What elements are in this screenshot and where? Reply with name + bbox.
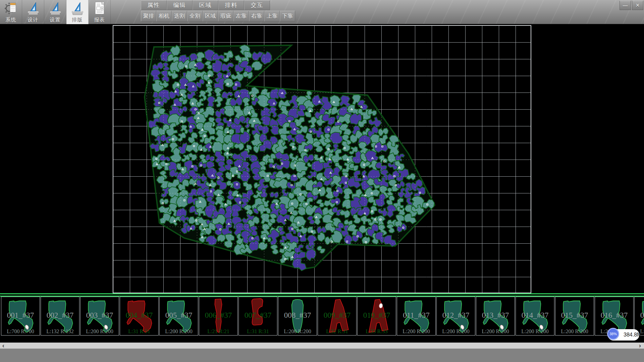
system-icon — [4, 1, 18, 16]
piece-label: 007_#37 — [236, 311, 280, 320]
minimize-button[interactable]: — — [620, 1, 631, 10]
piece-lr-count: L:32 R:31 — [317, 328, 358, 335]
window-controls: — ✕ — [620, 1, 643, 10]
piece-thumbnail-strip: 001_#37L:700 R:700002_#37L:132 R:132003_… — [0, 297, 644, 336]
toolbar: 系统设计设置排版报表 属性编辑区域排料交互 聚排相机选割全割区域瑕疵左靠右靠上靠… — [0, 0, 644, 24]
piece-label: 004_#37 — [117, 311, 161, 320]
piece-lr-count: L:31 R:31 — [119, 328, 160, 335]
tool-button-7[interactable]: 左靠 — [233, 11, 249, 21]
status-badge: 38% 384.8M — [608, 329, 639, 341]
tool-button-6[interactable]: 瑕疵 — [218, 11, 233, 21]
green-separator — [0, 293, 644, 297]
app-tab-label: 系统 — [6, 16, 16, 23]
tool-button-8[interactable]: 右靠 — [249, 11, 264, 21]
piece-thumbnail-6[interactable]: 006_#37L:21 R:21 — [199, 297, 238, 336]
piece-label: 014_#37 — [513, 311, 557, 320]
piece-lr-count: L:200 R:200 — [79, 328, 120, 335]
piece-thumbnail-9[interactable]: 009_#37L:32 R:31 — [318, 297, 357, 336]
progress-circle: 38% — [607, 328, 619, 340]
tool-button-1[interactable]: 聚排 — [141, 11, 156, 21]
piece-label: 013_#37 — [474, 311, 517, 320]
piece-thumbnail-12[interactable]: 012_#37L:200 R:200 — [436, 297, 475, 336]
piece-thumbnail-10[interactable]: 010_#37L:33 R:33 — [357, 297, 396, 336]
app-tab-label: 排版 — [72, 16, 83, 23]
piece-label: 012_#37 — [434, 311, 478, 320]
piece-lr-count: L:31 R:31 — [237, 328, 278, 335]
nesting-canvas[interactable] — [0, 24, 644, 293]
piece-label: 001_#37 — [0, 311, 42, 320]
piece-lr-count: L:200 R:200 — [435, 328, 476, 335]
piece-label: 002_#37 — [38, 311, 82, 320]
memory-value: 384.8M — [624, 329, 641, 341]
piece-label: 008_#37 — [276, 311, 319, 320]
piece-thumbnail-2[interactable]: 002_#37L:132 R:132 — [41, 297, 79, 336]
piece-thumbnail-7[interactable]: 007_#37L:31 R:31 — [238, 297, 277, 336]
menu-button-2[interactable]: 编辑 — [167, 0, 193, 10]
piece-label: 017_#37 — [632, 311, 644, 320]
scroll-left-icon[interactable]: ‹ — [0, 343, 7, 349]
app-tab-3[interactable]: 设置 — [44, 0, 66, 24]
settings-ruler-icon — [49, 1, 62, 16]
piece-lr-count: L:200 R:200 — [396, 328, 437, 335]
menu-row: 属性编辑区域排料交互 — [141, 0, 270, 10]
app-tab-label: 报表 — [94, 16, 105, 23]
window-footer — [0, 349, 644, 362]
app-tab-2[interactable]: 设计 — [22, 0, 44, 24]
piece-label: 009_#37 — [315, 311, 359, 320]
piece-thumbnail-15[interactable]: 015_#37L:200 R:200 — [555, 297, 594, 336]
tool-button-2[interactable]: 相机 — [156, 11, 172, 21]
piece-thumbnail-4[interactable]: 004_#37L:31 R:31 — [120, 297, 159, 336]
close-button[interactable]: ✕ — [632, 1, 643, 10]
piece-thumbnail-11[interactable]: 011_#37L:200 R:200 — [397, 297, 436, 336]
piece-thumbnail-13[interactable]: 013_#37L:200 R:200 — [476, 297, 515, 336]
piece-lr-count: L:33 R:33 — [356, 328, 397, 335]
tool-row: 聚排相机选割全割区域瑕疵左靠右靠上靠下靠 — [141, 11, 295, 21]
tool-button-4[interactable]: 全割 — [187, 11, 203, 21]
piece-thumbnail-1[interactable]: 001_#37L:700 R:700 — [1, 297, 40, 336]
piece-label: 005_#37 — [157, 311, 201, 320]
piece-lr-count: L:200 R:200 — [158, 328, 199, 335]
piece-thumbnail-8[interactable]: 008_#37L:200 R:200 — [278, 297, 317, 336]
menu-button-3[interactable]: 区域 — [193, 0, 218, 10]
app-tab-label: 设计 — [28, 16, 39, 23]
piece-lr-count: L:200 R:200 — [475, 328, 516, 335]
piece-lr-count: L:132 R:132 — [40, 328, 80, 335]
design-ruler-icon — [26, 1, 40, 16]
menu-button-5[interactable]: 交互 — [244, 0, 270, 10]
app-tabs: 系统设计设置排版报表 — [0, 0, 111, 24]
horizontal-scrollbar[interactable]: ‹ › — [0, 343, 644, 349]
scroll-right-icon[interactable]: › — [637, 343, 643, 349]
menu-button-4[interactable]: 排料 — [218, 0, 244, 10]
piece-label: 003_#37 — [78, 311, 121, 320]
tool-button-10[interactable]: 下靠 — [280, 11, 295, 21]
tool-button-5[interactable]: 区域 — [203, 11, 218, 21]
piece-label: 015_#37 — [553, 311, 596, 320]
piece-lr-count: L:200 R:200 — [554, 328, 595, 335]
piece-label: 006_#37 — [197, 311, 240, 320]
piece-lr-count: L:21 R:21 — [198, 328, 239, 335]
piece-thumbnail-5[interactable]: 005_#37L:200 R:200 — [159, 297, 198, 336]
piece-lr-count: L:700 R:700 — [0, 328, 41, 335]
menu-button-1[interactable]: 属性 — [141, 0, 167, 10]
piece-label: 011_#37 — [394, 311, 438, 320]
piece-thumbnail-3[interactable]: 003_#37L:200 R:200 — [80, 297, 119, 336]
app-tab-5[interactable]: 报表 — [89, 0, 111, 24]
app-tab-4[interactable]: 排版 — [66, 0, 89, 24]
tool-button-9[interactable]: 上靠 — [264, 11, 280, 21]
report-icon — [93, 1, 106, 16]
tool-button-3[interactable]: 选割 — [172, 11, 187, 21]
layout-ruler-icon — [71, 1, 84, 16]
piece-label: 010_#37 — [355, 311, 398, 320]
app-tab-1[interactable]: 系统 — [0, 0, 22, 24]
piece-lr-count: L:200 R:200 — [515, 328, 555, 335]
nesting-app-window: { "window": {"minimize_glyph": "—", "clo… — [0, 0, 644, 362]
piece-thumbnail-14[interactable]: 014_#37L:200 R:200 — [516, 297, 554, 336]
piece-label: 016_#37 — [592, 311, 636, 320]
piece-lr-count: L:200 R:200 — [277, 328, 318, 335]
app-tab-label: 设置 — [50, 16, 61, 23]
